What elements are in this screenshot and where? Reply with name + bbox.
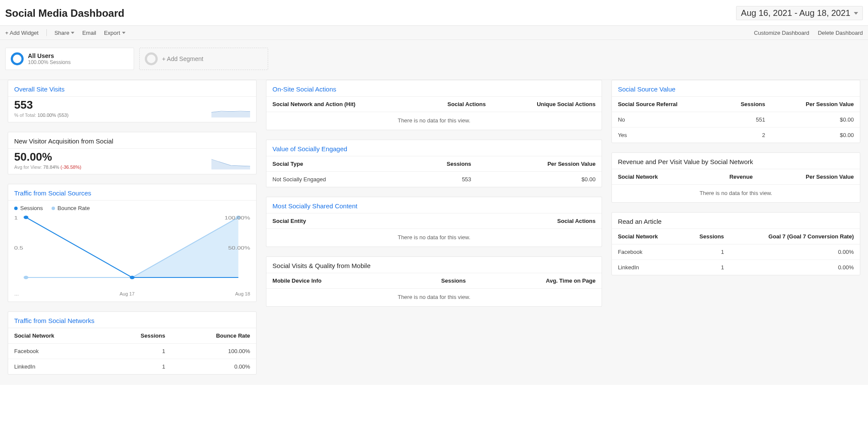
y2-mid: 50.00%: [228, 245, 250, 250]
y1-top: 1: [14, 215, 18, 220]
col-sessions: Sessions: [402, 156, 477, 172]
col-per-session: Per Session Value: [759, 169, 860, 185]
page-title: Social Media Dashboard: [5, 7, 124, 19]
card-traffic-sources: Traffic from Social Sources Sessions Bou…: [8, 184, 257, 302]
export-menu[interactable]: Export: [104, 30, 125, 36]
col-goal7: Goal 7 (Goal 7 Conversion Rate): [730, 229, 860, 244]
share-label: Share: [55, 30, 70, 36]
no-data-text: There is no data for this view.: [612, 185, 860, 202]
new-visitor-value: 50.00%: [14, 150, 81, 164]
col-mobile-device: Mobile Device Info: [266, 273, 395, 289]
col-social-actions: Social Actions: [426, 213, 602, 229]
y1-mid: 0.5: [14, 245, 23, 250]
delete-dashboard-button[interactable]: Delete Dashboard: [818, 30, 863, 36]
table-row[interactable]: Not Socially Engaged 553 $0.00: [266, 172, 602, 187]
date-range-text: Aug 16, 2021 - Aug 18, 2021: [741, 8, 850, 18]
caret-down-icon: [122, 32, 125, 34]
segment-name: All Users: [28, 52, 70, 59]
overall-visits-value: 553: [14, 98, 68, 112]
col-per-session: Per Session Value: [771, 97, 860, 112]
col-social-type: Social Type: [266, 156, 402, 172]
x-label-2: Aug 18: [235, 291, 250, 296]
segment-sub: 100.00% Sessions: [28, 59, 70, 65]
col-revenue: Revenue: [700, 169, 759, 185]
card-title[interactable]: On-Site Social Actions: [266, 80, 602, 97]
col-social-actions: Social Actions: [414, 97, 492, 112]
col-avg-time: Avg. Time on Page: [472, 273, 602, 289]
col-social-network: Social Network: [612, 169, 700, 185]
add-segment-label: + Add Segment: [162, 55, 203, 62]
card-title[interactable]: Most Socially Shared Content: [266, 197, 602, 213]
table-row[interactable]: No 551 $0.00: [612, 112, 860, 128]
card-traffic-networks: Traffic from Social Networks Social Netw…: [8, 311, 257, 375]
legend-bounce: Bounce Rate: [52, 205, 90, 211]
col-sessions: Sessions: [395, 273, 472, 289]
card-source-value: Social Source Value Social Source Referr…: [611, 80, 860, 143]
card-title[interactable]: Overall Site Visits: [8, 80, 256, 97]
legend-sessions: Sessions: [14, 205, 43, 211]
table-row[interactable]: LinkedIn 1 0.00%: [612, 260, 860, 275]
x-label-1: Aug 17: [119, 291, 134, 296]
card-title[interactable]: Traffic from Social Sources: [8, 184, 256, 201]
col-sessions: Sessions: [717, 97, 771, 112]
caret-down-icon: [854, 12, 858, 15]
segment-ring-icon: [11, 52, 24, 65]
card-value-engaged: Value of Socially Engaged Social Type Se…: [266, 140, 602, 187]
card-read-article: Read an Article Social Network Sessions …: [611, 212, 860, 275]
overall-visits-sub: % of Total: 100.00% (553): [14, 113, 68, 118]
add-segment-button[interactable]: + Add Segment: [139, 48, 268, 70]
traffic-sources-chart: 1 0.5 100.00% 50.00%: [14, 213, 250, 286]
col-social-entity: Social Entity: [266, 213, 426, 229]
card-overall-visits: Overall Site Visits 553 % of Total: 100.…: [8, 80, 257, 122]
table-row[interactable]: Facebook 1 100.00%: [8, 344, 256, 359]
card-new-visitor: New Visitor Acquisition from Social 50.0…: [8, 132, 257, 174]
col-sessions: Sessions: [104, 328, 171, 344]
caret-down-icon: [71, 32, 74, 34]
date-range-picker[interactable]: Aug 16, 2021 - Aug 18, 2021: [736, 6, 863, 20]
col-network-action: Social Network and Action (Hit): [266, 97, 414, 112]
card-revenue-network: Revenue and Per Visit Value by Social Ne…: [611, 152, 860, 203]
col-sessions: Sessions: [681, 229, 730, 244]
segment-ring-icon: [145, 52, 158, 65]
col-source-referral: Social Source Referral: [612, 97, 718, 112]
y2-top: 100.00%: [225, 215, 251, 220]
card-shared-content: Most Socially Shared Content Social Enti…: [266, 197, 602, 247]
col-social-network: Social Network: [8, 328, 104, 344]
table-row[interactable]: LinkedIn 1 0.00%: [8, 359, 256, 375]
sparkline: [211, 158, 250, 170]
card-title[interactable]: Social Source Value: [612, 80, 860, 97]
email-button[interactable]: Email: [82, 30, 96, 36]
table-row[interactable]: Yes 2 $0.00: [612, 128, 860, 143]
no-data-text: There is no data for this view.: [266, 229, 602, 247]
card-title[interactable]: Value of Socially Engaged: [266, 140, 602, 156]
svg-point-8: [130, 276, 134, 279]
share-menu[interactable]: Share: [55, 30, 75, 36]
add-widget-button[interactable]: + Add Widget: [5, 30, 39, 36]
x-label-0: …: [14, 291, 19, 296]
customize-dashboard-button[interactable]: Customize Dashboard: [754, 30, 810, 36]
card-mobile-quality: Social Visits & Quality from Mobile Mobi…: [266, 256, 602, 307]
svg-point-7: [24, 216, 28, 219]
col-per-session: Per Session Value: [477, 156, 602, 172]
svg-point-4: [24, 276, 28, 279]
svg-marker-3: [26, 217, 238, 277]
no-data-text: There is no data for this view.: [266, 112, 602, 130]
card-title: Read an Article: [612, 213, 860, 229]
toolbar-separator: [46, 29, 47, 36]
no-data-text: There is no data for this view.: [266, 289, 602, 306]
col-unique-actions: Unique Social Actions: [492, 97, 601, 112]
sparkline: [211, 106, 250, 118]
card-onsite-actions: On-Site Social Actions Social Network an…: [266, 80, 602, 130]
export-label: Export: [104, 30, 120, 36]
col-bounce: Bounce Rate: [171, 328, 256, 344]
table-row[interactable]: Facebook 1 0.00%: [612, 244, 860, 260]
svg-marker-0: [211, 111, 250, 117]
svg-marker-1: [211, 159, 250, 169]
card-title[interactable]: Traffic from Social Networks: [8, 312, 256, 328]
card-title: New Visitor Acquisition from Social: [8, 132, 256, 149]
card-title: Revenue and Per Visit Value by Social Ne…: [612, 153, 860, 169]
segment-all-users[interactable]: All Users 100.00% Sessions: [5, 48, 134, 70]
col-social-network: Social Network: [612, 229, 682, 244]
card-title: Social Visits & Quality from Mobile: [266, 257, 602, 273]
new-visitor-sub: Avg for View: 78.84% (-36.58%): [14, 165, 81, 170]
